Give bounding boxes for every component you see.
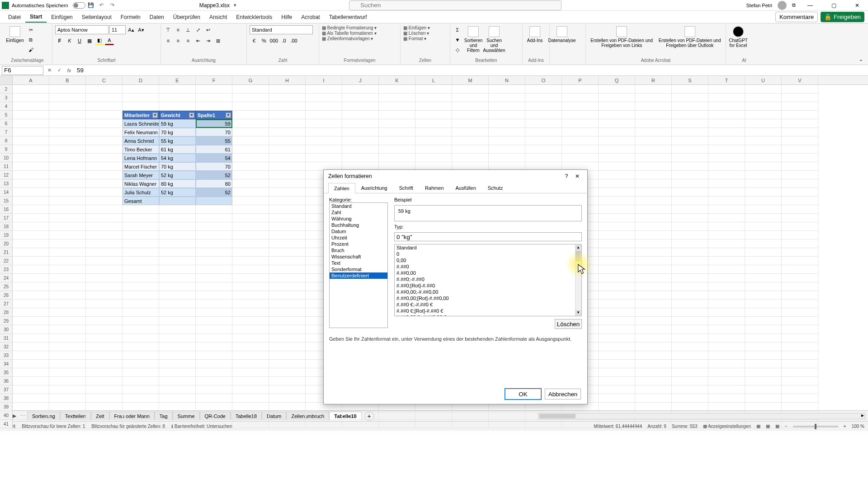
cell[interactable]	[782, 394, 818, 403]
cell[interactable]	[635, 85, 672, 94]
cell[interactable]	[269, 411, 306, 420]
type-list-item[interactable]: #.##0;[Rot]-#.##0	[395, 282, 581, 289]
cell[interactable]	[782, 214, 818, 222]
cell[interactable]	[745, 368, 782, 377]
column-header[interactable]: K	[379, 76, 415, 84]
category-item[interactable]: Wissenschaft	[330, 253, 387, 260]
cell[interactable]	[745, 248, 782, 257]
type-list-item[interactable]: 0,00	[395, 257, 581, 263]
column-header[interactable]: P	[562, 76, 599, 84]
cell[interactable]	[49, 205, 86, 214]
category-item[interactable]: Uhrzeit	[330, 235, 387, 241]
cell[interactable]	[379, 85, 415, 94]
cell[interactable]	[708, 403, 745, 411]
cell[interactable]	[13, 368, 49, 377]
cell[interactable]	[672, 385, 708, 394]
cell[interactable]	[13, 377, 49, 385]
cell[interactable]	[599, 239, 635, 248]
cell[interactable]	[672, 145, 708, 154]
row-header[interactable]: 38	[0, 394, 13, 403]
cell[interactable]	[306, 136, 342, 145]
cell[interactable]	[232, 360, 269, 368]
cell[interactable]	[159, 248, 196, 257]
cell[interactable]	[672, 136, 708, 145]
cell[interactable]	[232, 102, 269, 111]
cell[interactable]	[232, 317, 269, 325]
cell[interactable]	[708, 188, 745, 197]
tab-ansicht[interactable]: Ansicht	[205, 12, 231, 22]
cell[interactable]	[232, 197, 269, 205]
cell[interactable]	[86, 222, 123, 231]
cell[interactable]	[452, 111, 489, 119]
cell[interactable]	[635, 282, 672, 291]
row-header[interactable]: 35	[0, 368, 13, 377]
insert-cells-button[interactable]: ▦ Einfügen ▾	[403, 25, 430, 30]
category-list[interactable]: StandardZahlWährungBuchhaltungDatumUhrze…	[329, 202, 388, 328]
row-header[interactable]: 20	[0, 239, 13, 248]
cell[interactable]	[708, 274, 745, 282]
cell[interactable]	[232, 377, 269, 385]
row-header[interactable]: 6	[0, 119, 13, 128]
cell[interactable]	[745, 343, 782, 351]
cell[interactable]	[13, 162, 49, 171]
cell[interactable]	[745, 385, 782, 394]
cell[interactable]	[635, 420, 672, 428]
cell[interactable]	[489, 128, 525, 136]
cell[interactable]	[635, 377, 672, 385]
cell[interactable]	[86, 179, 123, 188]
cell[interactable]	[13, 119, 49, 128]
cell[interactable]	[782, 274, 818, 282]
column-header[interactable]: C	[86, 76, 123, 84]
cell[interactable]	[782, 111, 818, 119]
cell[interactable]	[599, 145, 635, 154]
cell[interactable]	[13, 239, 49, 248]
cell[interactable]	[86, 265, 123, 274]
cell[interactable]	[196, 300, 232, 308]
cell[interactable]	[232, 171, 269, 179]
row-header[interactable]: 8	[0, 136, 13, 145]
format-as-table-button[interactable]: ▦ Als Tabelle formatieren ▾	[322, 31, 377, 36]
column-header[interactable]: V	[782, 76, 818, 84]
cell[interactable]: 54 kg	[159, 154, 196, 162]
cell[interactable]	[49, 145, 86, 154]
cell[interactable]	[49, 248, 86, 257]
category-item[interactable]: Text	[330, 260, 387, 266]
cell[interactable]	[708, 239, 745, 248]
cell[interactable]	[599, 325, 635, 334]
cell[interactable]	[269, 162, 306, 171]
cell[interactable]	[13, 136, 49, 145]
cell[interactable]	[782, 119, 818, 128]
cell[interactable]	[708, 248, 745, 257]
cell[interactable]	[635, 162, 672, 171]
cell[interactable]	[13, 231, 49, 239]
cell[interactable]: 70	[196, 162, 232, 171]
cell[interactable]	[635, 231, 672, 239]
cell[interactable]	[159, 368, 196, 377]
cell[interactable]	[782, 102, 818, 111]
cell[interactable]	[159, 343, 196, 351]
tab-seitenlayout[interactable]: Seitenlayout	[77, 12, 116, 22]
cell[interactable]	[745, 257, 782, 265]
cell[interactable]	[379, 420, 415, 428]
cell[interactable]	[86, 300, 123, 308]
cell[interactable]	[123, 334, 159, 343]
format-cells-button[interactable]: ▦ Format ▾	[403, 36, 426, 41]
category-item[interactable]: Standard	[330, 203, 387, 209]
decrease-decimal-icon[interactable]: .00	[289, 36, 298, 45]
cell[interactable]	[196, 291, 232, 300]
cell[interactable]	[13, 154, 49, 162]
cell[interactable]	[599, 136, 635, 145]
cell[interactable]	[782, 308, 818, 317]
cell[interactable]	[635, 403, 672, 411]
cell[interactable]	[672, 154, 708, 162]
select-all-corner[interactable]	[0, 76, 13, 84]
cell[interactable]	[269, 420, 306, 428]
type-list-item[interactable]: #.##0,00	[395, 270, 581, 276]
cell[interactable]	[269, 154, 306, 162]
cell[interactable]	[599, 360, 635, 368]
cell[interactable]	[269, 282, 306, 291]
row-header[interactable]: 15	[0, 197, 13, 205]
horizontal-scrollbar[interactable]: ◀ ▶	[538, 413, 865, 419]
cell[interactable]	[672, 257, 708, 265]
cell[interactable]	[708, 360, 745, 368]
